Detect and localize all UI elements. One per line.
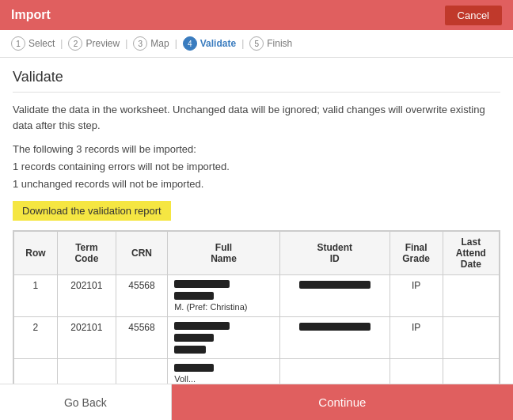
step-validate[interactable]: 4 Validate [183,36,236,51]
redacted-name-bar-1 [174,280,230,288]
summary-line2: 1 records containing errors will not be … [13,161,230,172]
table-row: 2 202101 45568 I [14,317,500,359]
col-header-crn: CRN [116,232,167,275]
col-header-term-code: TermCode [57,232,116,275]
cell-final-grade-3 [390,359,443,384]
cell-term-code-2: 202101 [57,317,116,359]
divider-2: | [125,38,127,49]
window-title: Import [11,8,51,22]
main-content: Validate Validate the data in the worksh… [0,58,513,384]
redacted-name-bar-5 [174,346,206,354]
step-circle-4: 4 [183,36,197,51]
pref-name-3: Voll... [174,374,196,384]
pref-name-1: M. (Pref: Christina) [174,302,247,312]
go-back-button[interactable]: Go Back [0,384,172,420]
step-circle-1: 1 [11,36,25,51]
cell-full-name-2 [168,317,280,359]
col-header-full-name: FullName [168,232,280,275]
cancel-button[interactable]: Cancel [445,6,502,25]
col-header-final-grade: FinalGrade [390,232,443,275]
step-label-select: Select [28,38,55,49]
divider-3: | [175,38,177,49]
step-circle-3: 3 [133,36,147,51]
step-label-validate: Validate [200,38,236,49]
cell-final-grade-1: IP [390,275,443,317]
redacted-id-bar-2 [299,323,370,331]
step-finish[interactable]: 5 Finish [249,36,292,51]
step-preview[interactable]: 2 Preview [68,36,120,51]
cell-final-grade-2: IP [390,317,443,359]
summary-line3: 1 unchanged records will not be imported… [13,178,203,190]
divider-4: | [241,38,244,49]
cell-full-name-3: Voll... [168,359,280,384]
divider-1: | [60,38,63,49]
cell-student-id-1 [279,275,390,317]
cell-full-name-1: M. (Pref: Christina) [168,275,280,317]
cell-student-id-2 [279,317,390,359]
section-title: Validate [13,69,500,93]
continue-button[interactable]: Continue [172,384,513,420]
download-validation-button[interactable]: Download the validation report [13,201,171,221]
col-header-student-id: StudentID [279,232,390,275]
cell-term-code-3 [57,359,116,384]
cell-crn-3 [116,359,167,384]
redacted-id-bar-1 [299,281,370,289]
cell-term-code-1: 202101 [57,275,116,317]
cell-student-id-3 [279,359,390,384]
steps-bar: 1 Select | 2 Preview | 3 Map | 4 Validat… [0,30,513,58]
cell-last-attend-2 [443,317,499,359]
summary-line1: The following 3 records will be imported… [13,143,196,155]
table-row: 1 202101 45568 M. (Pref: Christina) [14,275,500,317]
step-label-finish: Finish [267,38,292,49]
title-bar: Import Cancel [0,0,513,30]
cell-row-3 [14,359,58,384]
validation-table: Row TermCode CRN FullName StudentID Fina… [13,231,500,384]
redacted-name-bar-2 [174,292,214,300]
step-label-map: Map [150,38,169,49]
step-circle-2: 2 [68,36,82,51]
redacted-name-bar-4 [174,334,214,342]
summary-text: The following 3 records will be imported… [13,141,500,193]
cell-row-1: 1 [14,275,58,317]
cell-crn-2: 45568 [116,317,167,359]
description-text: Validate the data in the worksheet. Unch… [13,102,500,133]
step-circle-5: 5 [249,36,264,51]
col-header-last-attend-date: LastAttendDate [443,232,499,275]
step-map[interactable]: 3 Map [133,36,169,51]
col-header-row: Row [14,232,58,275]
step-label-preview: Preview [86,38,120,49]
redacted-name-bar-6 [174,364,214,372]
step-select[interactable]: 1 Select [11,36,55,51]
cell-last-attend-3 [443,359,499,384]
redacted-name-bar-3 [174,322,230,330]
validation-table-container: Row TermCode CRN FullName StudentID Fina… [13,230,500,384]
footer: Go Back Continue [0,384,513,420]
cell-crn-1: 45568 [116,275,167,317]
cell-row-2: 2 [14,317,58,359]
import-window: Import Cancel 1 Select | 2 Preview | 3 M… [0,0,513,420]
table-row: Voll... [14,359,500,384]
cell-last-attend-1 [443,275,499,317]
